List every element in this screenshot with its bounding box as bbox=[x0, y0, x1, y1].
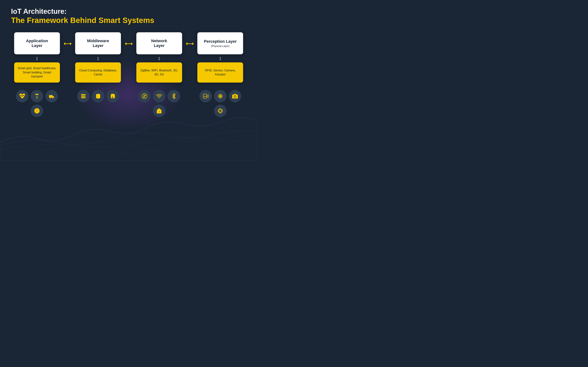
application-icons-group bbox=[11, 88, 63, 119]
perception-layer-sub: (Physical Layer) bbox=[211, 45, 230, 48]
perception-desc-text: RFID, Sensor, Camera, Actuator bbox=[200, 68, 240, 77]
transport-icon-circle bbox=[45, 90, 58, 102]
h-arrow-1: ⟷ bbox=[63, 32, 72, 47]
server-rack-icon-circle bbox=[77, 90, 90, 102]
svg-point-10 bbox=[85, 94, 86, 95]
building-icon bbox=[34, 93, 40, 99]
network-desc-text: ZigBee, WIFI, Bluetooth, 3G, 4G, 5G bbox=[139, 68, 179, 77]
network-layer-column: NetworkLayer ↕ ZigBee, WIFI, Bluetooth, … bbox=[133, 32, 185, 83]
h-arrow-2: ⟷ bbox=[124, 32, 133, 47]
middleware-layer-column: MiddlewareLayer ↕ Cloud Computing, Datab… bbox=[72, 32, 124, 83]
svg-rect-23 bbox=[219, 110, 221, 112]
svg-text:RFID: RFID bbox=[203, 96, 207, 97]
heart-monitor-icon bbox=[19, 93, 25, 99]
smart-home-icon-circle bbox=[153, 105, 165, 117]
application-layer-box: ApplicationLayer bbox=[14, 32, 60, 54]
network-arrow-vertical: ↕ bbox=[158, 56, 160, 61]
building-icon-circle bbox=[31, 90, 43, 102]
network-desc-box: ZigBee, WIFI, Bluetooth, 3G, 4G, 5G bbox=[136, 62, 182, 83]
perception-desc-box: RFID, Sensor, Camera, Actuator bbox=[197, 62, 243, 83]
processor-icon bbox=[217, 108, 224, 114]
svg-rect-20 bbox=[220, 95, 221, 97]
network-layer-box: NetworkLayer bbox=[136, 32, 182, 54]
processor-icon-circle bbox=[214, 105, 226, 117]
camera-icon bbox=[232, 93, 238, 99]
plug-icon bbox=[34, 108, 40, 114]
h-arrow-3: ⟷ bbox=[185, 32, 194, 47]
h-arrow-icon-2: ⟷ bbox=[125, 40, 133, 47]
middleware-icons-group bbox=[72, 88, 124, 119]
zigbee-icon-circle bbox=[138, 90, 151, 102]
database-lightning-icon bbox=[110, 93, 116, 99]
perception-icons-group: RFID bbox=[194, 88, 246, 119]
database-icon-circle bbox=[92, 90, 104, 102]
middleware-layer-box: MiddlewareLayer bbox=[75, 32, 121, 54]
middleware-desc-box: Cloud Computing, Database, Cache bbox=[75, 62, 121, 83]
h-arrow-icon-3: ⟷ bbox=[186, 40, 194, 47]
svg-point-6 bbox=[36, 110, 38, 111]
rfid-icon-circle: RFID bbox=[199, 90, 212, 102]
chip-icon-circle bbox=[214, 90, 226, 102]
application-layer-column: ApplicationLayer ↕ Smart grid, Smart hea… bbox=[11, 32, 63, 83]
zigbee-icon bbox=[141, 93, 147, 99]
bluetooth-icon bbox=[171, 93, 177, 99]
perception-arrow-vertical: ↕ bbox=[219, 56, 222, 61]
smart-home-icon bbox=[156, 108, 162, 114]
network-icons-group bbox=[133, 88, 185, 119]
bluetooth-icon-circle bbox=[168, 90, 180, 102]
network-layer-name: NetworkLayer bbox=[151, 39, 167, 48]
icons-divider-2 bbox=[124, 88, 133, 119]
icons-divider-3 bbox=[185, 88, 194, 119]
wifi-icon-circle bbox=[153, 90, 165, 102]
h-arrow-icon-1: ⟷ bbox=[64, 40, 71, 47]
svg-point-11 bbox=[85, 96, 86, 97]
application-layer-name: ApplicationLayer bbox=[26, 39, 48, 48]
middleware-layer-name: MiddlewareLayer bbox=[87, 39, 109, 48]
arch-diagram: ApplicationLayer ↕ Smart grid, Smart hea… bbox=[11, 32, 246, 83]
middleware-desc-text: Cloud Computing, Database, Cache bbox=[78, 68, 118, 77]
database-lightning-icon-circle bbox=[107, 90, 119, 102]
svg-rect-4 bbox=[49, 95, 53, 98]
application-desc-text: Smart grid, Smart healthcare, Smart buil… bbox=[17, 66, 57, 79]
application-arrow-vertical: ↕ bbox=[36, 56, 38, 61]
chip-icon bbox=[217, 93, 224, 99]
wifi-icon bbox=[156, 93, 162, 99]
heart-monitor-icon-circle bbox=[16, 90, 28, 102]
server-rack-icon bbox=[80, 93, 86, 99]
middleware-arrow-vertical: ↕ bbox=[97, 56, 99, 61]
title-line1: IoT Architecture: bbox=[11, 7, 246, 16]
transport-icon bbox=[49, 93, 55, 99]
camera-icon-circle bbox=[229, 90, 241, 102]
svg-point-12 bbox=[85, 97, 86, 98]
icons-section: RFID bbox=[11, 88, 246, 119]
perception-layer-name: Perception Layer bbox=[204, 39, 237, 44]
icons-divider-1 bbox=[63, 88, 72, 119]
plug-icon-circle bbox=[31, 105, 43, 117]
application-desc-box: Smart grid, Smart healthcare, Smart buil… bbox=[14, 62, 60, 83]
svg-point-16 bbox=[159, 112, 159, 112]
database-icon bbox=[95, 93, 101, 99]
perception-layer-column: Perception Layer (Physical Layer) ↕ RFID… bbox=[194, 32, 246, 83]
perception-layer-box: Perception Layer (Physical Layer) bbox=[197, 32, 243, 54]
rfid-icon: RFID bbox=[202, 93, 209, 99]
title-block: IoT Architecture: The Framework Behind S… bbox=[11, 7, 246, 25]
title-line2: The Framework Behind Smart Systems bbox=[11, 16, 246, 25]
